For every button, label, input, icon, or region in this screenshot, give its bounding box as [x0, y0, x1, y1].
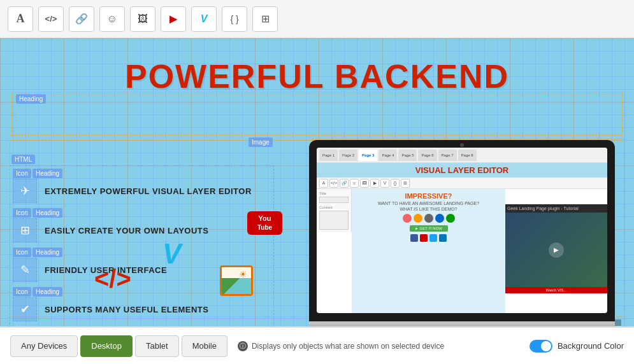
screen-tab-3[interactable]: Page 3 — [359, 150, 377, 161]
screen-content-label: Content — [319, 206, 349, 209]
browser-icon-1 — [403, 214, 412, 223]
youtube-button[interactable]: ▶ — [161, 6, 186, 32]
laptop-mockup: Page 1 Page 2 Page 3 Page 4 Page 5 Page … — [309, 140, 621, 326]
youtube-tube-text: Tube — [254, 223, 276, 232]
feature-icon-4: ✔ — [13, 297, 37, 321]
vimeo-button[interactable]: V — [191, 6, 217, 32]
screen-title-input[interactable] — [319, 197, 349, 203]
screen-watch-button[interactable]: Watch VIS... — [505, 287, 607, 293]
screen-tab-8[interactable]: Page 8 — [458, 150, 477, 161]
screen-inner-btn-2[interactable]: </> — [329, 179, 338, 188]
code-element: </> — [94, 265, 131, 293]
screen-inner-btn-5[interactable]: 🖼 — [360, 179, 369, 188]
icon-label-4: Icon — [13, 287, 31, 297]
device-info-text: Displays only objects what are shown on … — [252, 342, 444, 351]
screen-tab-5[interactable]: Page 5 — [398, 150, 417, 161]
screen-tab-2[interactable]: Page 2 — [339, 150, 357, 161]
feature-item-4: ✔ SUPPORTS MANY USEFUL ELEMENTS — [13, 297, 280, 321]
feature-icon-1: ✈ — [13, 179, 37, 203]
screen-inner-toolbar: A </> 🔗 ☺ 🖼 ▶ V {} ⊞ — [317, 178, 607, 189]
info-icon: ⓘ — [238, 341, 248, 351]
feature-icon-2: ⊞ — [13, 218, 37, 242]
get-it-now-button[interactable]: ► GET IT NOW — [410, 225, 448, 232]
laptop-screen-inner: Page 1 Page 2 Page 3 Page 4 Page 5 Page … — [317, 148, 607, 313]
screen-inner-btn-1[interactable]: A — [319, 179, 328, 188]
youtube-social-icon — [420, 234, 428, 242]
youtube-icon: ▶ — [169, 13, 177, 25]
main-heading: POWERFUL BACKEND — [125, 57, 509, 95]
screen-inner-btn-9[interactable]: ⊞ — [401, 179, 410, 188]
screen-inner-btn-8[interactable]: {} — [391, 179, 400, 188]
screen-tab-4[interactable]: Page 4 — [378, 150, 397, 161]
any-devices-button[interactable]: Any Devices — [10, 335, 78, 357]
vimeo-element: V — [162, 240, 181, 268]
screen-main-heading: VISUAL LAYER EDITOR — [317, 163, 607, 178]
screen-content-input[interactable] — [319, 211, 349, 230]
image-element: ☀ — [220, 265, 253, 296]
table-icon: ⊞ — [261, 13, 270, 25]
screen-inner-btn-3[interactable]: 🔗 — [340, 179, 349, 188]
canvas-area: Heading POWERFUL BACKEND Image HTML Icon… — [0, 38, 634, 326]
feature-text-4: SUPPORTS MANY USEFUL ELEMENTS — [45, 305, 208, 314]
mobile-button[interactable]: Mobile — [182, 335, 227, 357]
feature-item-1: ✈ EXTREMELY POWERFUL VISUAL LAYER EDITOR — [13, 179, 280, 203]
screen-tab-7[interactable]: Page 7 — [438, 150, 457, 161]
feature-text-1: EXTREMELY POWERFUL VISUAL LAYER EDITOR — [45, 186, 252, 196]
screen-tagline-2: WHAT IS LIKE THIS DEMO? — [355, 207, 502, 211]
device-info: ⓘ Displays only objects what are shown o… — [238, 341, 444, 351]
image-label-tag: Image — [249, 137, 273, 147]
emoji-icon: ☺ — [107, 13, 117, 25]
screen-sidebar: Title Content — [317, 189, 352, 232]
screen-tab-1[interactable]: Page 1 — [319, 150, 338, 161]
embed-icon: { } — [230, 14, 238, 24]
heading-selection-border — [11, 92, 623, 136]
link-button[interactable]: 🔗 — [69, 6, 94, 32]
image-button[interactable]: 🖼 — [130, 6, 155, 32]
vimeo-v-icon: V — [162, 238, 181, 269]
screen-browser-icons — [355, 214, 502, 223]
table-button[interactable]: ⊞ — [252, 6, 278, 32]
feature-icon-3: ✎ — [13, 258, 37, 282]
screen-tab-6[interactable]: Page 6 — [418, 150, 436, 161]
code-button[interactable]: </> — [38, 6, 64, 32]
code-brackets-icon: </> — [94, 265, 131, 293]
browser-icon-2 — [414, 214, 422, 223]
screen-inner-btn-6[interactable]: ▶ — [370, 179, 379, 188]
background-color-toggle[interactable] — [530, 340, 552, 353]
screen-inner-btn-4[interactable]: ☺ — [350, 179, 359, 188]
background-color-toggle-area: Background Color — [530, 340, 624, 353]
background-color-label: Background Color — [558, 341, 624, 351]
icon-label-2: Icon — [13, 208, 31, 218]
screen-impressive-text: IMPRESSIVE? — [355, 192, 502, 200]
emoji-button[interactable]: ☺ — [99, 6, 125, 32]
text-icon: A — [17, 12, 25, 25]
browser-icon-3 — [424, 214, 433, 223]
embed-button[interactable]: { } — [222, 6, 247, 32]
screen-title-label: Title — [319, 192, 349, 195]
laptop-base — [309, 321, 615, 326]
heading-label-3: Heading — [32, 248, 62, 257]
heading-label-1: Heading — [32, 169, 62, 178]
laptop-camera — [460, 143, 464, 147]
screen-tab-bar: Page 1 Page 2 Page 3 Page 4 Page 5 Page … — [317, 148, 607, 163]
resize-handle[interactable] — [615, 319, 621, 326]
desktop-button[interactable]: Desktop — [80, 335, 133, 357]
browser-icon-4 — [435, 214, 444, 223]
screen-inner-btn-7[interactable]: V — [380, 179, 389, 188]
screen-video-title: Geek Landing Page plugin - Tutorial — [505, 204, 607, 213]
heading-label-tag: Heading — [16, 94, 46, 104]
text-button[interactable]: A — [8, 6, 33, 32]
screen-body: Title Content IMPRESSIVE? WANT TO HAVE A… — [317, 189, 607, 313]
tablet-button[interactable]: Tablet — [135, 335, 179, 357]
youtube-you-text: You — [254, 214, 276, 223]
screen-play-button[interactable]: ▶ — [549, 242, 564, 258]
bottom-bar: Any Devices Desktop Tablet Mobile ⓘ Disp… — [0, 326, 634, 364]
toolbar: A </> 🔗 ☺ 🖼 ▶ V { } ⊞ — [0, 0, 634, 38]
browser-icon-5 — [446, 214, 455, 223]
screen-video-panel: Geek Landing Page plugin - Tutorial ▶ Wa… — [505, 204, 607, 293]
screen-tagline-1: WANT TO HAVE AN AWESOME LANDING PAGE? — [355, 201, 502, 206]
vimeo-icon: V — [201, 13, 208, 25]
facebook-icon — [410, 234, 418, 242]
screen-video-thumb[interactable]: ▶ — [505, 213, 607, 287]
code-icon: </> — [45, 14, 57, 24]
